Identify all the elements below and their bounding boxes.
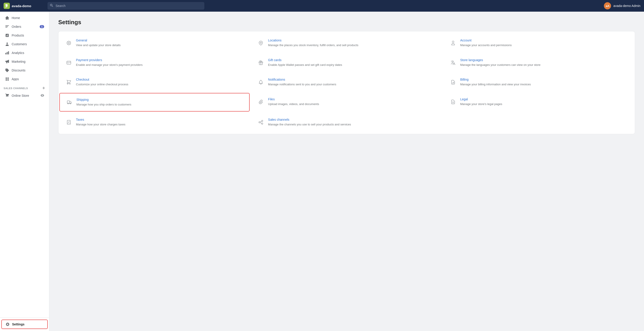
settings-item-account[interactable]: Account Manage your accounts and permiss…	[444, 34, 634, 52]
settings-item-general-title: General	[76, 38, 120, 42]
settings-item-notifications-desc: Manage notifications sent to you and you…	[268, 82, 336, 87]
sidebar-item-discounts-label: Discounts	[12, 68, 25, 72]
discounts-icon	[5, 68, 10, 72]
sidebar-item-customers[interactable]: Customers	[1, 40, 48, 48]
sidebar-item-home[interactable]: Home	[1, 14, 48, 22]
sidebar-item-marketing[interactable]: Marketing	[1, 57, 48, 66]
orders-badge: 1	[40, 25, 44, 28]
settings-item-general[interactable]: General View and update your store detai…	[60, 34, 250, 52]
settings-item-payment-providers-desc: Enable and manage your store's payment p…	[76, 63, 142, 67]
search-input[interactable]	[48, 2, 204, 10]
settings-item-shipping-desc: Manage how you ship orders to customers	[76, 102, 131, 107]
settings-item-sales-channels[interactable]: Sales channels Manage the channels you u…	[252, 113, 442, 131]
receipt-icon	[65, 118, 73, 126]
settings-item-files-title: Files	[268, 97, 319, 101]
sidebar-item-home-label: Home	[12, 16, 20, 20]
settings-item-taxes-title: Taxes	[76, 118, 125, 121]
settings-item-checkout-desc: Customize your online checkout process	[76, 82, 128, 87]
settings-item-store-languages[interactable]: Store languages Manage the languages you…	[444, 54, 634, 72]
settings-item-payment-providers[interactable]: Payment providers Enable and manage your…	[60, 54, 250, 72]
settings-item-payment-providers-title: Payment providers	[76, 58, 142, 62]
layout: Home Orders 1 Products	[0, 12, 644, 331]
add-sales-channel-icon[interactable]	[42, 86, 46, 90]
settings-icon	[6, 322, 10, 327]
sidebar-item-settings[interactable]: Settings	[1, 320, 48, 329]
settings-item-shipping-title: Shipping	[76, 98, 131, 101]
settings-card: General View and update your store detai…	[58, 31, 635, 134]
settings-item-store-languages-desc: Manage the languages your customers can …	[460, 63, 540, 67]
settings-item-files-desc: Upload images, videos, and documents	[268, 102, 319, 106]
sidebar-item-customers-label: Customers	[12, 42, 27, 46]
legal-doc-icon	[449, 98, 457, 106]
products-icon	[5, 33, 10, 38]
username-label: avada-demo Admin	[613, 4, 640, 7]
sidebar-item-apps-label: Apps	[12, 77, 19, 81]
online-store-icon	[5, 93, 10, 98]
bell-icon	[257, 78, 265, 86]
home-icon	[5, 16, 10, 20]
location-pin-icon	[257, 39, 265, 47]
settings-item-files[interactable]: Files Upload images, videos, and documen…	[252, 93, 442, 112]
billing-doc-icon	[449, 78, 457, 86]
settings-item-gift-cards-desc: Enable Apple Wallet passes and set gift …	[268, 63, 342, 67]
settings-item-store-languages-title: Store languages	[460, 58, 540, 62]
settings-item-billing-title: Billing	[460, 78, 531, 81]
settings-item-legal-title: Legal	[460, 97, 502, 101]
settings-item-locations-title: Locations	[268, 38, 358, 42]
settings-item-sales-channels-title: Sales channels	[268, 118, 351, 121]
sidebar-nav: Home Orders 1 Products	[0, 12, 49, 317]
cart-icon	[65, 78, 73, 86]
settings-item-account-desc: Manage your accounts and permissions	[460, 43, 512, 47]
page-title: Settings	[58, 19, 635, 26]
settings-item-legal-desc: Manage your store's legal pages	[460, 102, 502, 106]
settings-grid: General View and update your store detai…	[58, 33, 635, 132]
sidebar-item-orders[interactable]: Orders 1	[1, 22, 48, 31]
sidebar-item-apps[interactable]: Apps	[1, 75, 48, 83]
orders-icon	[5, 24, 10, 29]
payment-card-icon	[65, 59, 73, 67]
sidebar-item-marketing-label: Marketing	[12, 60, 25, 63]
sidebar-item-products-label: Products	[12, 33, 24, 37]
settings-item-checkout[interactable]: Checkout Customize your online checkout …	[60, 73, 250, 91]
sidebar-item-analytics-label: Analytics	[12, 51, 24, 55]
settings-item-billing[interactable]: Billing Manage your billing information …	[444, 73, 634, 91]
sidebar-item-analytics[interactable]: Analytics	[1, 49, 48, 57]
translate-icon	[449, 59, 457, 67]
sales-channels-section: SALES CHANNELS	[0, 83, 49, 91]
settings-item-locations[interactable]: Locations Manage the places you stock in…	[252, 34, 442, 52]
brand[interactable]: avada-demo	[4, 3, 44, 9]
settings-item-sales-channels-desc: Manage the channels you use to sell your…	[268, 122, 351, 127]
gear-icon	[65, 39, 73, 47]
search-bar[interactable]	[48, 2, 204, 10]
customers-icon	[5, 42, 10, 46]
sidebar-item-orders-label: Orders	[12, 25, 21, 28]
search-icon	[50, 3, 53, 8]
sidebar-item-online-store-label: Online Store	[12, 94, 29, 97]
avatar[interactable]: aA	[604, 2, 611, 9]
settings-item-legal[interactable]: Legal Manage your store's legal pages	[444, 93, 634, 112]
paperclip-icon	[257, 98, 265, 106]
brand-name: avada-demo	[12, 4, 31, 8]
sidebar-item-online-store[interactable]: Online Store	[1, 91, 48, 100]
settings-item-shipping[interactable]: Shipping Manage how you ship orders to c…	[60, 93, 250, 112]
settings-item-notifications-title: Notifications	[268, 78, 336, 81]
settings-item-account-title: Account	[460, 38, 512, 42]
sidebar-item-discounts[interactable]: Discounts	[1, 66, 48, 75]
account-person-icon	[449, 39, 457, 47]
share-icon	[257, 118, 265, 126]
settings-item-taxes[interactable]: Taxes Manage how your store charges taxe…	[60, 113, 250, 131]
sidebar-bottom: Settings	[0, 317, 49, 331]
sidebar-item-products[interactable]: Products	[1, 31, 48, 40]
settings-item-checkout-title: Checkout	[76, 78, 128, 81]
sidebar: Home Orders 1 Products	[0, 12, 49, 331]
topbar-right: aA avada-demo Admin	[604, 2, 640, 9]
main-content: Settings General View and update your st…	[49, 12, 644, 331]
settings-item-gift-cards[interactable]: Gift cards Enable Apple Wallet passes an…	[252, 54, 442, 72]
topbar: avada-demo aA avada-demo Admin	[0, 0, 644, 12]
settings-item-locations-desc: Manage the places you stock inventory, f…	[268, 43, 358, 47]
settings-item-general-desc: View and update your store details	[76, 43, 120, 47]
shopify-logo-icon	[4, 3, 10, 9]
eye-icon[interactable]	[40, 94, 44, 98]
settings-item-notifications[interactable]: Notifications Manage notifications sent …	[252, 73, 442, 91]
marketing-icon	[5, 59, 10, 64]
